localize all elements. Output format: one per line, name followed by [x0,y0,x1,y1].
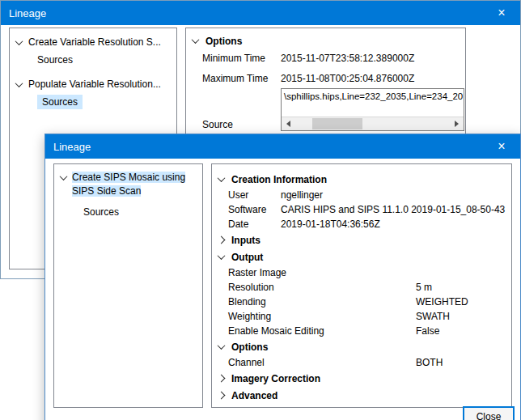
titlebar-back[interactable]: Lineage × [1,1,520,25]
source-value-text: \sphillips.hips,Line=232_2035,Line=234_2… [282,89,464,101]
tree-item-label: Populate Variable Resolution... [28,78,161,90]
section-options-front[interactable]: Options [212,338,511,355]
horizontal-scrollbar[interactable] [282,117,464,130]
prop-label: User [228,189,281,201]
chevron-right-icon[interactable] [218,392,226,400]
prop-value: CARIS HIPS and SIPS 11.1.0 2019-01-15_08… [281,204,505,215]
prop-label: Raster Image [228,267,286,278]
scroll-left-icon[interactable] [282,117,295,130]
prop-value: SWATH [416,311,450,322]
section-label: Creation Information [231,174,327,185]
section-label: Advanced [231,390,277,401]
section-inputs[interactable]: Inputs [212,231,511,248]
prop-label: Software [228,204,281,215]
section-label: Options [231,342,268,353]
chevron-down-icon[interactable] [60,172,68,180]
window-title: Lineage [53,141,91,153]
tree-item-sources[interactable]: Sources [54,203,202,221]
prop-label: Blending [228,296,416,308]
lineage-tree-panel-front: Create SIPS Mosaic using SIPS Side Scan … [53,163,203,408]
section-label: Options [205,36,242,47]
tree-item-populate-variable-resolution[interactable]: Populate Variable Resolution... [10,75,176,93]
prop-label: Enable Mosaic Editing [228,325,416,337]
prop-row-weighting: Weighting SWATH [212,309,511,324]
tree-item-label: Sources [83,206,119,218]
chevron-down-icon[interactable] [192,36,200,44]
section-label: Imagery Correction [231,373,320,384]
prop-value: ngellinger [281,189,323,201]
tree-item-sources-1[interactable]: Sources [10,51,176,69]
chevron-down-icon[interactable] [15,37,23,45]
prop-row-blending: Blending WEIGHTED [212,295,511,309]
tree-item-label: Sources [37,95,83,109]
prop-label: Maximum Time [202,73,281,84]
prop-row-user: User ngellinger [212,188,511,202]
source-label: Source [202,119,233,130]
tree-spacer [10,69,176,75]
tree-item-create-sips-mosaic-selected[interactable]: Create SIPS Mosaic using SIPS Side Scan [54,171,202,198]
chevron-right-icon[interactable] [218,375,226,383]
prop-value: False [416,325,439,337]
scrollbar-thumb[interactable] [312,118,362,129]
chevron-down-icon[interactable] [15,79,23,87]
lineage-props-panel-front: Creation Information User ngellinger Sof… [211,163,512,408]
titlebar-front[interactable]: Lineage × [45,134,520,159]
prop-label: Resolution [228,282,416,293]
prop-label: Date [228,218,281,230]
chevron-down-icon[interactable] [218,252,226,260]
section-options-back[interactable]: Options [186,32,465,49]
prop-value: WEIGHTED [416,296,468,308]
prop-label: Channel [228,357,416,368]
prop-row-software: Software CARIS HIPS and SIPS 11.1.0 2019… [212,202,511,217]
prop-row-maximum-time: Maximum Time 2015-11-08T00:25:04.876000Z [186,73,465,84]
prop-row-enable-mosaic-editing: Enable Mosaic Editing False [212,324,511,338]
prop-row-date: Date 2019-01-18T04:36:56Z [212,217,511,231]
section-label: Output [231,252,263,263]
window-title: Lineage [9,7,46,19]
tree-item-create-variable-resolution[interactable]: Create Variable Resolution S... [10,33,176,51]
section-imagery-correction[interactable]: Imagery Correction [212,370,511,387]
prop-value: BOTH [416,357,443,368]
tree-item-label: Create Variable Resolution S... [28,36,161,48]
tree-item-sources-2-selected[interactable]: Sources [10,93,176,111]
close-icon[interactable]: × [483,134,520,159]
prop-label: Minimum Time [202,53,281,64]
prop-row-resolution: Resolution 5 m [212,280,511,295]
screen: Lineage × Create Variable Resolution S..… [0,0,521,420]
prop-label: Weighting [228,311,416,322]
chevron-down-icon[interactable] [218,342,226,350]
lineage-window-front: Lineage × Create SIPS Mosaic using SIPS … [44,134,521,420]
source-value-box[interactable]: \sphillips.hips,Line=232_2035,Line=234_2… [281,88,464,131]
tree-item-label: Create SIPS Mosaic using SIPS Side Scan [72,172,185,197]
section-label: Inputs [231,235,260,246]
prop-value: 2015-11-08T00:25:04.876000Z [281,73,414,84]
prop-row-channel: Channel BOTH [212,355,511,370]
prop-value: 2019-01-18T04:36:56Z [281,218,380,230]
prop-value: 5 m [416,282,432,293]
close-icon[interactable]: × [483,1,520,25]
section-advanced[interactable]: Advanced [212,387,511,404]
chevron-down-icon[interactable] [218,174,226,182]
tree-item-label: Sources [37,54,73,66]
scroll-right-icon[interactable] [450,117,464,130]
close-button[interactable]: Close [463,406,515,420]
section-output[interactable]: Output [212,248,511,265]
chevron-right-icon[interactable] [218,236,226,244]
section-creation-information[interactable]: Creation Information [212,171,511,188]
prop-row-minimum-time: Minimum Time 2015-11-07T23:58:12.389000Z [186,53,465,64]
prop-row-raster-image: Raster Image [212,265,511,280]
prop-value: 2015-11-07T23:58:12.389000Z [281,53,414,64]
